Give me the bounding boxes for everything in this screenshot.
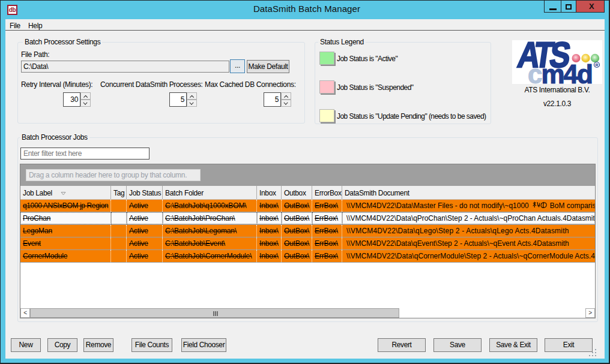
svg-text:R: R xyxy=(596,63,599,67)
svg-text:cm4d: cm4d xyxy=(528,59,592,84)
